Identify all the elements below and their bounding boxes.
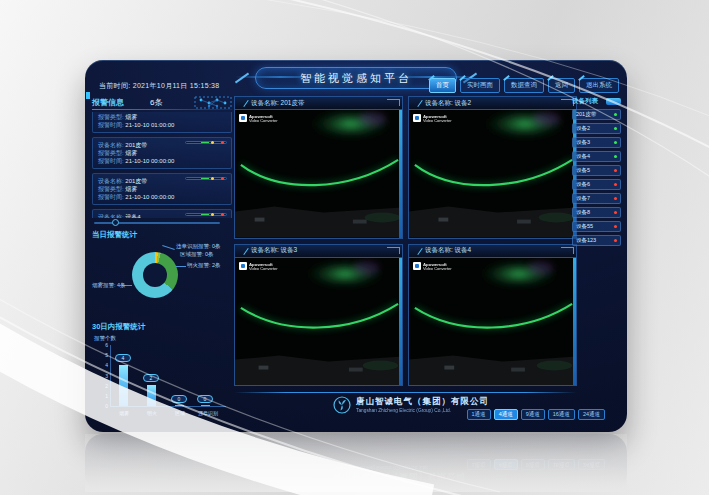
x-tick: 违章识别 xyxy=(191,410,225,416)
y-tick: 4 xyxy=(97,362,108,368)
apowersoft-icon xyxy=(413,262,421,270)
device-value: 201皮带 xyxy=(125,142,147,148)
video-panel-3[interactable]: 设备名称: 设备3 ApowersoftVideo Converter xyxy=(234,244,403,387)
alarm-level-slider[interactable] xyxy=(185,177,227,180)
watermark-line2: Video Converter xyxy=(423,118,452,122)
y-tick: 2 xyxy=(97,383,108,389)
video-panel-1[interactable]: 设备名称: 201皮带 ApowersoftVideo Converter xyxy=(234,96,403,239)
device-name: 设备123 xyxy=(576,237,596,244)
time-value: 21-10-10 00:00:00 xyxy=(125,194,174,200)
y-tick: 0 xyxy=(97,403,108,409)
device-label: 设备名称: xyxy=(98,214,124,218)
donut-label: 烟雾报警: 4条 xyxy=(92,282,126,289)
device-list-item[interactable]: 设备55 xyxy=(572,221,621,232)
device-list-action-button[interactable] xyxy=(606,98,621,105)
channel-4-button[interactable]: 4通道 xyxy=(494,409,518,420)
device-list-item[interactable]: 设备2 xyxy=(572,123,621,134)
nav-data-query-button[interactable]: 数据查询 xyxy=(504,78,544,93)
donut-hole xyxy=(143,263,167,287)
channel-1-button[interactable]: 1通道 xyxy=(467,409,491,420)
dashboard: 当前时间: 2021年10月11日 15:15:38 智能视觉感知平台 首页 实… xyxy=(85,60,627,432)
y-tick: 5 xyxy=(97,352,108,358)
device-list-title: 设备列表 xyxy=(572,97,598,106)
channel-24-button[interactable]: 24通道 xyxy=(578,409,605,420)
monitor-reflection: 唐山智诚电气（集团）有限公司 Tangshan Zhicheng Electri… xyxy=(85,434,627,492)
donut-label: 明火报警: 2条 xyxy=(187,262,221,269)
nav-back-button[interactable]: 返回 xyxy=(548,78,575,93)
nav-live-view-button[interactable]: 实时画面 xyxy=(460,78,500,93)
type-label: 报警类型: xyxy=(98,186,124,192)
channel-9-button[interactable]: 9通道 xyxy=(521,409,545,420)
video-grid: 设备名称: 201皮带 ApowersoftVideo Converter xyxy=(234,96,577,386)
platform-title: 智能视觉感知平台 xyxy=(300,71,412,86)
reflection-channel: 1通道 xyxy=(467,459,491,470)
device-name: 设备7 xyxy=(576,195,590,202)
status-dot xyxy=(614,225,617,228)
device-name: 设备3 xyxy=(576,139,590,146)
type-label: 报警类型: xyxy=(98,114,124,120)
channel-16-button[interactable]: 16通道 xyxy=(548,409,575,420)
bar-value-badge: 2 xyxy=(143,374,159,382)
nav-exit-button[interactable]: 退出系统 xyxy=(579,78,619,93)
company-name-en: Tangshan Zhicheng Electric (Group) Co.,L… xyxy=(356,408,462,413)
bar-value-badge: 0 xyxy=(197,395,213,403)
today-stats-title: 当日报警统计 xyxy=(92,230,232,240)
y-tick: 1 xyxy=(97,393,108,399)
apowersoft-icon xyxy=(413,114,421,122)
donut-label: 区域报警: 0条 xyxy=(180,251,214,258)
company-name-cn: 唐山智诚电气（集团）有限公司 xyxy=(356,396,489,408)
device-name: 设备55 xyxy=(576,223,593,230)
time-value: 21-10-10 01:00:00 xyxy=(125,122,174,128)
watermark-line2: Video Converter xyxy=(249,266,278,270)
device-list-item[interactable]: 设备7 xyxy=(572,193,621,204)
device-list-item[interactable]: 设备8 xyxy=(572,207,621,218)
video-feed: ApowersoftVideo Converter xyxy=(409,258,576,386)
time-label: 报警时间: xyxy=(98,122,124,128)
company-logo-icon xyxy=(333,396,351,414)
device-list-item[interactable]: 设备123 xyxy=(572,235,621,246)
alarm-card[interactable]: 设备名称: 设备4 报警类型: 明火 报警时间: 21-10-10 00:00:… xyxy=(92,209,232,218)
device-list-item[interactable]: 设备4 xyxy=(572,151,621,162)
alarm-card[interactable]: 设备名称: 201皮带 报警类型: 烟雾 报警时间: 21-10-10 00:0… xyxy=(92,137,232,169)
device-list-item[interactable]: 设备3 xyxy=(572,137,621,148)
apowersoft-icon xyxy=(239,262,247,270)
bar-violation xyxy=(201,405,210,406)
video-panel-4[interactable]: 设备名称: 设备4 ApowersoftVideo Converter xyxy=(408,244,577,387)
alarm-card[interactable]: 设备名称: 201皮带 报警类型: 烟雾 报警时间: 21-10-10 01:0… xyxy=(92,112,232,133)
alarm-level-slider[interactable] xyxy=(185,213,227,216)
video-scrollbar[interactable] xyxy=(399,258,402,386)
status-dot xyxy=(614,141,617,144)
device-value: 设备4 xyxy=(125,214,140,218)
x-tick: 烟雾 xyxy=(111,410,137,416)
video-scrollbar[interactable] xyxy=(399,110,402,238)
device-name: 201皮带 xyxy=(576,111,596,118)
alarm-level-slider[interactable] xyxy=(185,141,227,144)
alarm-info-title: 报警信息 xyxy=(92,97,124,108)
nav-home-button[interactable]: 首页 xyxy=(429,78,456,93)
y-axis-label: 报警个数 xyxy=(94,335,116,342)
bar-smoke xyxy=(119,365,128,406)
status-dot xyxy=(614,169,617,172)
device-list-item[interactable]: 设备5 xyxy=(572,165,621,176)
alarm-card[interactable]: 设备名称: 201皮带 报警类型: 烟雾 报警时间: 21-10-10 00:0… xyxy=(92,173,232,205)
video-feed: ApowersoftVideo Converter xyxy=(235,258,402,386)
video-title: 设备名称: 设备2 xyxy=(409,97,576,110)
alarm-info-header: 报警信息 6条 xyxy=(92,96,232,108)
scrollbar-handle[interactable] xyxy=(112,219,119,226)
donut-leader-line xyxy=(162,245,175,250)
device-name: 设备5 xyxy=(576,167,590,174)
device-list-header: 设备列表 xyxy=(572,96,621,106)
video-title: 设备名称: 设备4 xyxy=(409,245,576,258)
status-dot xyxy=(614,183,617,186)
month-stats-title: 30日内报警统计 xyxy=(92,322,232,332)
y-tick: 6 xyxy=(97,342,108,348)
alarm-list: 设备名称: 201皮带 报警类型: 烟雾 报警时间: 21-10-10 01:0… xyxy=(92,112,232,218)
device-list-item[interactable]: 201皮带 xyxy=(572,109,621,120)
bar-area xyxy=(175,405,184,406)
watermark: ApowersoftVideo Converter xyxy=(239,114,289,126)
watermark-line2: Video Converter xyxy=(249,118,278,122)
bar-value-badge: 4 xyxy=(115,354,131,362)
video-panel-2[interactable]: 设备名称: 设备2 ApowersoftVideo Converter xyxy=(408,96,577,239)
alarm-list-scrollbar[interactable] xyxy=(94,222,220,224)
device-list-item[interactable]: 设备6 xyxy=(572,179,621,190)
